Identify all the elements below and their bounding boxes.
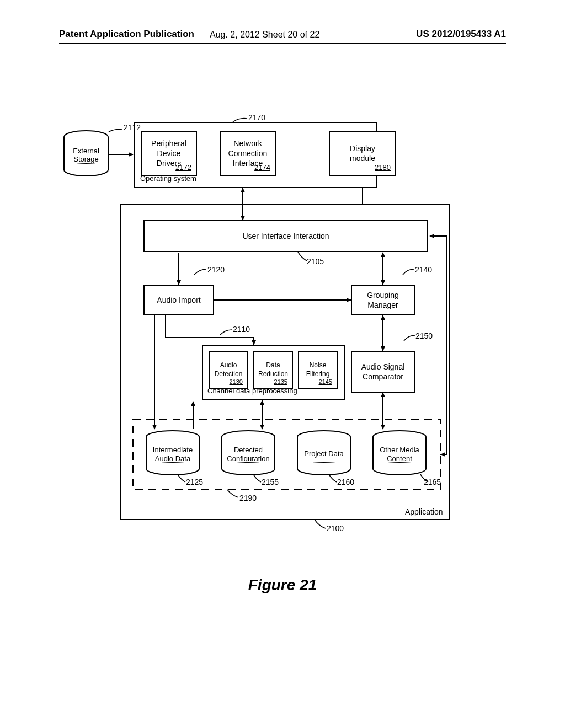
noise-filtering-label: Noise Filtering xyxy=(306,361,330,378)
svg-rect-29 xyxy=(374,463,425,469)
svg-point-22 xyxy=(297,463,350,475)
ref-2100: 2100 xyxy=(327,524,344,533)
svg-point-6 xyxy=(146,431,199,443)
audio-detection-label: Audio Detection xyxy=(215,361,243,378)
ref-2172: 2172 xyxy=(175,163,191,173)
user-interface-interaction-label: User Interface Interaction xyxy=(242,231,329,241)
display-module-label: Display module xyxy=(350,143,375,163)
svg-point-28 xyxy=(373,463,426,475)
ref-2150: 2150 xyxy=(415,331,433,340)
svg-rect-11 xyxy=(147,463,199,469)
other-media-content-label: Other Media Content xyxy=(372,446,427,464)
user-interface-interaction-box: User Interface Interaction xyxy=(143,220,428,252)
header-rule xyxy=(59,43,506,44)
audio-detection-box: Audio Detection 2130 xyxy=(209,351,248,389)
svg-point-24 xyxy=(373,431,426,443)
ref-2170: 2170 xyxy=(248,113,265,122)
header-middle: Aug. 2, 2012 Sheet 20 of 22 xyxy=(210,30,319,40)
audio-import-box: Audio Import xyxy=(143,285,214,315)
grouping-manager-label: Grouping Manager xyxy=(367,290,399,310)
ref-2105: 2105 xyxy=(307,257,324,266)
ref-2112: 2112 xyxy=(124,123,141,132)
ref-2140: 2140 xyxy=(415,265,432,274)
ref-2174: 2174 xyxy=(254,163,270,173)
page: Patent Application Publication Aug. 2, 2… xyxy=(0,0,565,728)
external-storage-label: External Storage xyxy=(64,147,108,163)
svg-rect-17 xyxy=(222,463,274,469)
intermediate-audio-data-label: Intermediate Audio Data xyxy=(146,446,200,464)
ref-2125: 2125 xyxy=(186,478,203,486)
ref-2135: 2135 xyxy=(274,378,287,386)
svg-point-0 xyxy=(64,131,108,143)
svg-point-16 xyxy=(222,463,275,475)
ref-2130: 2130 xyxy=(230,378,243,386)
figure-title: Figure 21 xyxy=(0,576,565,594)
audio-signal-comparator-label: Audio Signal Comparator xyxy=(361,362,405,382)
svg-point-4 xyxy=(64,164,108,176)
svg-point-12 xyxy=(222,431,275,443)
ref-2180: 2180 xyxy=(375,163,391,173)
project-data-label: Project Data xyxy=(297,449,351,458)
network-connection-interface-box: Network Connection Interface 2174 xyxy=(220,131,276,176)
svg-point-10 xyxy=(146,463,199,475)
noise-filtering-box: Noise Filtering 2145 xyxy=(298,351,338,389)
ref-2120: 2120 xyxy=(207,265,225,274)
header-left: Patent Application Publication xyxy=(59,29,194,40)
grouping-manager-box: Grouping Manager xyxy=(351,285,415,315)
ref-2160: 2160 xyxy=(337,478,354,486)
ref-2190: 2190 xyxy=(239,494,257,502)
application-label: Application xyxy=(405,507,443,516)
header-right: US 2012/0195433 A1 xyxy=(416,29,506,40)
detected-configuration-label: Detected Configuration xyxy=(221,446,275,464)
ref-2110: 2110 xyxy=(233,325,250,334)
audio-signal-comparator-box: Audio Signal Comparator xyxy=(351,351,415,393)
svg-rect-23 xyxy=(298,463,350,469)
data-reduction-box: Data Reduction 2135 xyxy=(253,351,293,389)
ref-2145: 2145 xyxy=(319,378,332,386)
data-reduction-label: Data Reduction xyxy=(258,361,288,378)
svg-rect-5 xyxy=(65,164,108,170)
svg-point-18 xyxy=(297,431,350,443)
audio-import-label: Audio Import xyxy=(157,295,200,305)
display-module-box: Display module 2180 xyxy=(329,131,396,176)
ref-2155: 2155 xyxy=(262,478,279,486)
peripheral-device-drivers-box: Peripheral Device Drivers 2172 xyxy=(141,131,197,176)
ref-2165: 2165 xyxy=(424,478,441,486)
